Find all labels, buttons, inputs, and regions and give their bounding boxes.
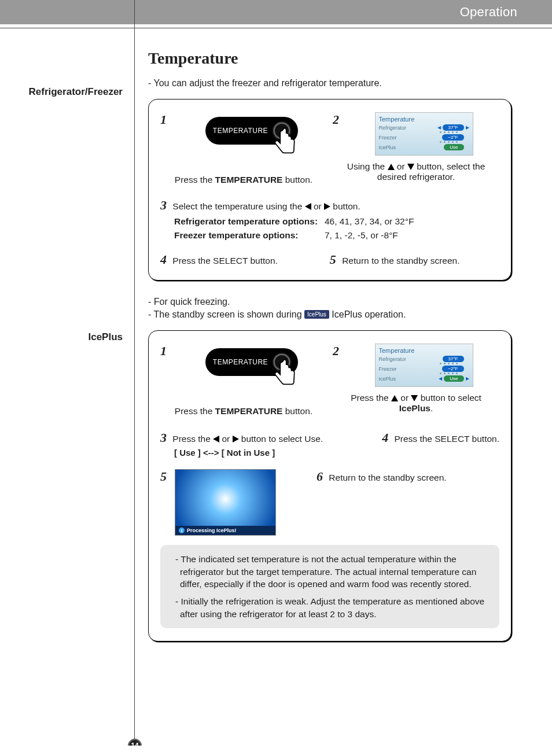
step-number: 2 (333, 112, 339, 127)
step4b-line: 4 Press the SELECT button. (382, 430, 499, 458)
vertical-divider (134, 0, 135, 746)
section2-intro1: - For quick freezing. (148, 297, 511, 307)
use-toggle-options: [ Use ] <--> [ Not in Use ] (160, 448, 365, 458)
left-arrow-icon (305, 203, 311, 210)
note-1: - The indicated set temperature is not t… (171, 553, 489, 591)
hand-pointer-icon (269, 357, 301, 391)
step3b-line: 3 Press the or button to select Use. (160, 430, 365, 445)
step-number: 1 (160, 112, 167, 127)
right-arrow-icon (324, 203, 330, 210)
page-title: Temperature (148, 49, 511, 68)
section2-intro2: - The standby screen is shown during Ice… (148, 309, 511, 320)
right-arrow-icon (233, 436, 239, 442)
iceplus-badge-icon: IcePlus (304, 310, 329, 319)
step-number: 2 (333, 344, 339, 359)
section-header: Operation (0, 0, 552, 24)
step6-line: 6 Return to the standby screen. (317, 469, 447, 484)
processing-iceplus-graphic: iProcessing IcePlus! (175, 469, 276, 536)
hand-pointer-icon (269, 126, 301, 160)
step1-caption: Press the TEMPERATURE button. (160, 175, 327, 185)
step3-line: 3 Select the temperature using the or bu… (160, 198, 499, 213)
panel-temperature: 1 TEMPERATURE Press the (148, 99, 511, 281)
step4-line: 4 Press the SELECT button. (160, 252, 278, 267)
step1b-caption: Press the TEMPERATURE button. (160, 406, 327, 416)
up-arrow-icon (391, 395, 398, 401)
side-label-iceplus: IcePlus (0, 331, 123, 343)
step2b-caption: Press the or button to select IcePlus. (333, 393, 499, 414)
note-box: - The indicated set temperature is not t… (160, 545, 499, 628)
panel-iceplus: 1 TEMPERATURE Press the (148, 330, 511, 641)
side-label-refrigerator-freezer: Refrigerator/Freezer (0, 86, 123, 98)
down-arrow-icon (407, 164, 414, 170)
step-number: 5 (160, 469, 167, 484)
up-arrow-icon (388, 164, 395, 170)
step-number: 1 (160, 344, 167, 359)
left-arrow-icon (213, 436, 219, 442)
lcd-title: Temperature (379, 116, 469, 123)
section1-intro: - You can adjust the freezer and refrige… (148, 78, 511, 88)
down-arrow-icon (411, 395, 418, 401)
lcd-screen-graphic: Temperature Refrigerator◀37°F▶ Freezer◀−… (375, 112, 473, 156)
temperature-button-graphic: TEMPERATURE (205, 117, 298, 145)
temperature-button-label: TEMPERATURE (213, 127, 268, 135)
step5-line: 5 Return to the standby screen. (330, 252, 460, 267)
step2-caption: Using the or button, select the desired … (333, 161, 499, 182)
note-2: - Initially the refrigeration is weak. A… (171, 595, 489, 620)
temperature-options: Refrigerator temperature options:46, 41,… (160, 216, 499, 241)
lcd-screen-graphic: Temperature Refrigerator◀37°F▶ Freezer◀−… (375, 344, 473, 387)
temperature-button-graphic: TEMPERATURE (205, 348, 298, 376)
